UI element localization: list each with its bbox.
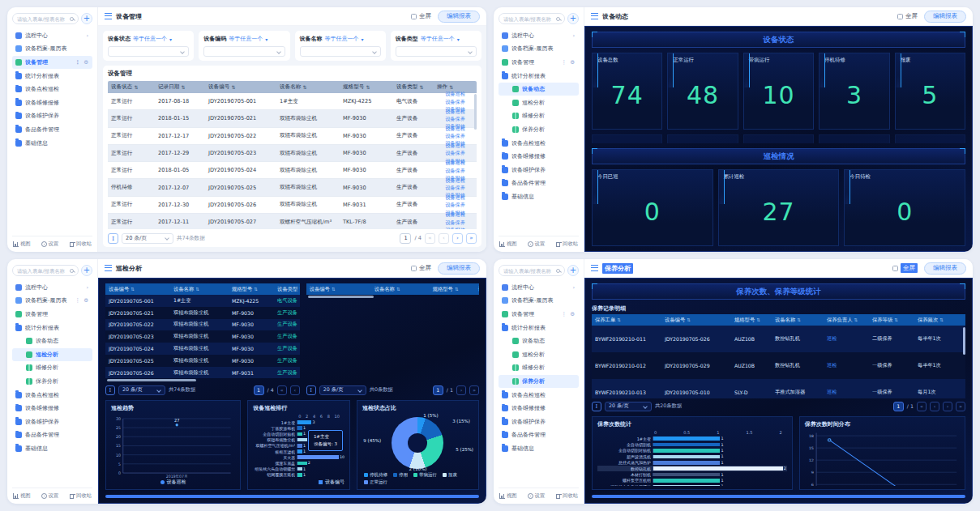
- column-header[interactable]: 保养频次⇅: [914, 317, 965, 324]
- column-header[interactable]: 设备类型⇅: [274, 286, 300, 293]
- last-page-button[interactable]: »: [466, 233, 477, 244]
- action-maintain-link[interactable]: 设备保养: [445, 201, 465, 208]
- sidebar-item[interactable]: 维修分析: [499, 110, 579, 123]
- sidebar-item[interactable]: 流程中心 ›: [12, 281, 92, 294]
- sidebar-item[interactable]: 设备档案-履历表: [12, 43, 92, 56]
- page-input[interactable]: 1: [893, 402, 904, 411]
- sidebar-item[interactable]: 设备动态: [499, 83, 579, 96]
- data-point[interactable]: [176, 424, 178, 427]
- dashboard-scrollbar[interactable]: [592, 495, 965, 498]
- sidebar-item[interactable]: 备品备件管理: [12, 123, 92, 136]
- sort-icon[interactable]: ⇅: [617, 317, 621, 322]
- cell-owner-link[interactable]: 巡检: [824, 362, 869, 369]
- column-header[interactable]: 设备编号⇅: [205, 83, 276, 91]
- sidebar-item[interactable]: 备品备件管理: [12, 429, 92, 442]
- export-icon[interactable]: I: [592, 402, 601, 411]
- legend-item[interactable]: 报废: [443, 472, 457, 478]
- bar[interactable]: [653, 473, 720, 477]
- action-inspect-link[interactable]: 设备巡检: [445, 159, 465, 166]
- page-size-select[interactable]: 20 条/页: [118, 385, 165, 395]
- column-header[interactable]: 规格型号⇅: [430, 286, 475, 293]
- bar[interactable]: [297, 462, 307, 466]
- footer-settings-button[interactable]: 设置: [528, 241, 546, 248]
- column-header[interactable]: 规格型号⇅: [340, 83, 393, 91]
- sidebar-item[interactable]: 备品备件管理: [499, 177, 579, 190]
- sidebar-item[interactable]: 设备档案-履历表: [499, 43, 579, 56]
- sort-icon[interactable]: ⇅: [131, 287, 135, 292]
- search-input[interactable]: [17, 268, 68, 274]
- sidebar-item[interactable]: 保养分析: [12, 375, 92, 388]
- column-header[interactable]: 保养负责人⇅: [824, 317, 869, 324]
- action-maintain-link[interactable]: 设备保养: [445, 184, 465, 191]
- footer-view-button[interactable]: 视图: [13, 241, 31, 248]
- action-inspect-link[interactable]: 设备巡检: [445, 108, 465, 115]
- sidebar-item[interactable]: 设备管理 ⋮ ⚙: [499, 308, 579, 321]
- sidebar-item[interactable]: 基础信息: [12, 137, 92, 150]
- bar[interactable]: [297, 438, 307, 442]
- chart-legend[interactable]: 设备编号: [253, 479, 344, 486]
- bar[interactable]: [297, 455, 339, 459]
- fullscreen-checkbox[interactable]: [411, 14, 417, 19]
- sort-icon[interactable]: ⇅: [854, 317, 858, 322]
- action-maintain-link[interactable]: 设备保养: [445, 115, 465, 122]
- legend-item[interactable]: 停机待修: [364, 472, 387, 478]
- page-input[interactable]: 1: [254, 385, 264, 395]
- sidebar-item[interactable]: 设备管理: [12, 308, 92, 321]
- sidebar-item[interactable]: 维修分析: [12, 362, 92, 375]
- sidebar-item[interactable]: 设备维修报修: [499, 150, 579, 163]
- sidebar-item[interactable]: 保养分析: [499, 375, 579, 388]
- prev-page-button[interactable]: ‹: [930, 402, 939, 411]
- export-icon[interactable]: I: [105, 385, 115, 395]
- export-icon[interactable]: I: [306, 385, 316, 395]
- fullscreen-checkbox[interactable]: [897, 14, 903, 19]
- bar[interactable]: [653, 436, 720, 441]
- sort-icon[interactable]: ⇅: [195, 287, 199, 292]
- sort-icon[interactable]: ⇅: [134, 84, 138, 90]
- sidebar-item[interactable]: 设备档案-履历表 ⋮ ⚙: [12, 295, 92, 308]
- edit-report-button[interactable]: 编辑报表: [438, 262, 480, 275]
- footer-recycle-button[interactable]: 回收站: [69, 241, 92, 248]
- sort-icon[interactable]: ⇅: [419, 84, 423, 90]
- column-header[interactable]: 设备编号⇅: [105, 286, 170, 293]
- action-inspect-link[interactable]: 设备巡检: [445, 142, 465, 149]
- column-header[interactable]: 设备名称⇅: [772, 317, 824, 324]
- footer-recycle-button[interactable]: 回收站: [555, 241, 578, 248]
- bar[interactable]: [653, 455, 720, 459]
- search-input[interactable]: [503, 16, 554, 22]
- column-header[interactable]: 设备名称⇅: [276, 83, 340, 91]
- first-page-button[interactable]: «: [277, 385, 287, 395]
- sort-icon[interactable]: ⇅: [894, 317, 898, 322]
- sidebar-item[interactable]: 流程中心 ›: [12, 29, 92, 42]
- sidebar-item[interactable]: 统计分析报表: [12, 322, 92, 334]
- cell-owner-link[interactable]: 巡检: [824, 389, 869, 396]
- filter-select[interactable]: [203, 46, 285, 57]
- sidebar-item[interactable]: 设备档案-履历表: [499, 295, 579, 308]
- footer-view-button[interactable]: 视图: [13, 492, 31, 500]
- sidebar-item[interactable]: 设备点检巡检: [499, 389, 579, 402]
- page-size-select[interactable]: 20 条/页: [122, 233, 173, 244]
- action-maintain-link[interactable]: 设备保养: [445, 149, 465, 156]
- action-inspect-link[interactable]: 设备巡检: [445, 177, 465, 184]
- h-scrollbar[interactable]: [107, 379, 196, 381]
- action-maintain-link[interactable]: 设备保养: [445, 167, 465, 174]
- last-page-button[interactable]: »: [956, 402, 965, 411]
- sidebar-item[interactable]: 设备管理 ⋮ ⚙: [12, 56, 92, 69]
- footer-recycle-button[interactable]: 回收站: [69, 492, 92, 500]
- footer-view-button[interactable]: 视图: [499, 241, 517, 248]
- prev-page-button[interactable]: ‹: [290, 385, 300, 395]
- sort-icon[interactable]: ⇅: [302, 84, 306, 90]
- sort-icon[interactable]: ⇅: [756, 317, 760, 322]
- sidebar-item[interactable]: 巡检分析: [12, 348, 92, 361]
- sidebar-item[interactable]: 流程中心 ›: [499, 29, 579, 42]
- fullscreen-checkbox[interactable]: [411, 266, 417, 271]
- column-header[interactable]: 设备编号⇅: [306, 286, 371, 293]
- table-scrollbar[interactable]: [963, 327, 965, 355]
- sidebar-item[interactable]: 统计分析报表: [499, 322, 579, 334]
- legend-item[interactable]: 带病运行: [413, 472, 437, 478]
- prev-page-button[interactable]: ‹: [439, 233, 449, 244]
- sidebar-item[interactable]: 基础信息: [499, 442, 579, 455]
- h-scrollbar[interactable]: [308, 296, 374, 298]
- hamburger-icon[interactable]: [591, 265, 598, 271]
- first-page-button[interactable]: «: [425, 233, 435, 244]
- sidebar-item[interactable]: 保养分析: [499, 123, 579, 136]
